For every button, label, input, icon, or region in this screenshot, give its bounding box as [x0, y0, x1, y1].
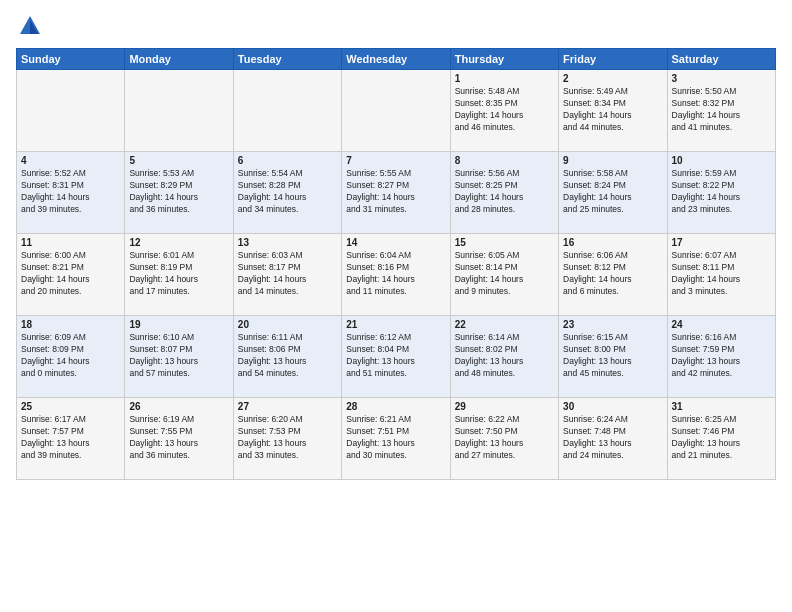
calendar-day: 21Sunrise: 6:12 AM Sunset: 8:04 PM Dayli…	[342, 316, 450, 398]
calendar-day: 17Sunrise: 6:07 AM Sunset: 8:11 PM Dayli…	[667, 234, 775, 316]
calendar-day: 18Sunrise: 6:09 AM Sunset: 8:09 PM Dayli…	[17, 316, 125, 398]
weekday-label: Monday	[125, 49, 233, 70]
calendar-day: 31Sunrise: 6:25 AM Sunset: 7:46 PM Dayli…	[667, 398, 775, 480]
calendar-day: 3Sunrise: 5:50 AM Sunset: 8:32 PM Daylig…	[667, 70, 775, 152]
calendar-day: 14Sunrise: 6:04 AM Sunset: 8:16 PM Dayli…	[342, 234, 450, 316]
day-info: Sunrise: 6:16 AM Sunset: 7:59 PM Dayligh…	[672, 332, 741, 378]
calendar-day: 10Sunrise: 5:59 AM Sunset: 8:22 PM Dayli…	[667, 152, 775, 234]
day-info: Sunrise: 6:15 AM Sunset: 8:00 PM Dayligh…	[563, 332, 632, 378]
weekday-label: Wednesday	[342, 49, 450, 70]
day-number: 19	[129, 319, 228, 330]
day-number: 25	[21, 401, 120, 412]
calendar-empty	[342, 70, 450, 152]
calendar-day: 12Sunrise: 6:01 AM Sunset: 8:19 PM Dayli…	[125, 234, 233, 316]
day-number: 1	[455, 73, 554, 84]
calendar-week: 1Sunrise: 5:48 AM Sunset: 8:35 PM Daylig…	[17, 70, 776, 152]
day-number: 31	[672, 401, 771, 412]
day-number: 28	[346, 401, 445, 412]
weekday-label: Tuesday	[233, 49, 341, 70]
calendar-day: 9Sunrise: 5:58 AM Sunset: 8:24 PM Daylig…	[559, 152, 667, 234]
calendar-empty	[233, 70, 341, 152]
day-number: 22	[455, 319, 554, 330]
logo	[16, 12, 48, 40]
day-number: 24	[672, 319, 771, 330]
calendar-day: 29Sunrise: 6:22 AM Sunset: 7:50 PM Dayli…	[450, 398, 558, 480]
day-number: 5	[129, 155, 228, 166]
day-info: Sunrise: 6:14 AM Sunset: 8:02 PM Dayligh…	[455, 332, 524, 378]
day-number: 3	[672, 73, 771, 84]
weekday-label: Thursday	[450, 49, 558, 70]
calendar-day: 15Sunrise: 6:05 AM Sunset: 8:14 PM Dayli…	[450, 234, 558, 316]
day-number: 20	[238, 319, 337, 330]
calendar-day: 24Sunrise: 6:16 AM Sunset: 7:59 PM Dayli…	[667, 316, 775, 398]
day-number: 2	[563, 73, 662, 84]
calendar-day: 27Sunrise: 6:20 AM Sunset: 7:53 PM Dayli…	[233, 398, 341, 480]
page: SundayMondayTuesdayWednesdayThursdayFrid…	[0, 0, 792, 612]
day-info: Sunrise: 6:12 AM Sunset: 8:04 PM Dayligh…	[346, 332, 415, 378]
calendar-day: 11Sunrise: 6:00 AM Sunset: 8:21 PM Dayli…	[17, 234, 125, 316]
day-info: Sunrise: 5:58 AM Sunset: 8:24 PM Dayligh…	[563, 168, 632, 214]
calendar-body: 1Sunrise: 5:48 AM Sunset: 8:35 PM Daylig…	[17, 70, 776, 480]
day-info: Sunrise: 5:50 AM Sunset: 8:32 PM Dayligh…	[672, 86, 741, 132]
day-number: 10	[672, 155, 771, 166]
weekday-label: Saturday	[667, 49, 775, 70]
calendar-week: 18Sunrise: 6:09 AM Sunset: 8:09 PM Dayli…	[17, 316, 776, 398]
day-number: 18	[21, 319, 120, 330]
day-number: 27	[238, 401, 337, 412]
day-number: 6	[238, 155, 337, 166]
day-info: Sunrise: 6:03 AM Sunset: 8:17 PM Dayligh…	[238, 250, 307, 296]
day-number: 4	[21, 155, 120, 166]
calendar-day: 4Sunrise: 5:52 AM Sunset: 8:31 PM Daylig…	[17, 152, 125, 234]
day-info: Sunrise: 6:25 AM Sunset: 7:46 PM Dayligh…	[672, 414, 741, 460]
day-number: 23	[563, 319, 662, 330]
calendar-day: 8Sunrise: 5:56 AM Sunset: 8:25 PM Daylig…	[450, 152, 558, 234]
day-info: Sunrise: 6:07 AM Sunset: 8:11 PM Dayligh…	[672, 250, 741, 296]
day-number: 14	[346, 237, 445, 248]
calendar-day: 16Sunrise: 6:06 AM Sunset: 8:12 PM Dayli…	[559, 234, 667, 316]
calendar-week: 4Sunrise: 5:52 AM Sunset: 8:31 PM Daylig…	[17, 152, 776, 234]
calendar-week: 25Sunrise: 6:17 AM Sunset: 7:57 PM Dayli…	[17, 398, 776, 480]
day-info: Sunrise: 6:20 AM Sunset: 7:53 PM Dayligh…	[238, 414, 307, 460]
calendar-empty	[125, 70, 233, 152]
day-info: Sunrise: 6:09 AM Sunset: 8:09 PM Dayligh…	[21, 332, 90, 378]
calendar-empty	[17, 70, 125, 152]
calendar-day: 2Sunrise: 5:49 AM Sunset: 8:34 PM Daylig…	[559, 70, 667, 152]
calendar-day: 13Sunrise: 6:03 AM Sunset: 8:17 PM Dayli…	[233, 234, 341, 316]
day-info: Sunrise: 6:10 AM Sunset: 8:07 PM Dayligh…	[129, 332, 198, 378]
logo-icon	[16, 12, 44, 40]
day-number: 7	[346, 155, 445, 166]
day-info: Sunrise: 6:22 AM Sunset: 7:50 PM Dayligh…	[455, 414, 524, 460]
day-number: 15	[455, 237, 554, 248]
day-info: Sunrise: 6:01 AM Sunset: 8:19 PM Dayligh…	[129, 250, 198, 296]
day-info: Sunrise: 5:52 AM Sunset: 8:31 PM Dayligh…	[21, 168, 90, 214]
weekday-label: Friday	[559, 49, 667, 70]
weekday-label: Sunday	[17, 49, 125, 70]
day-info: Sunrise: 6:00 AM Sunset: 8:21 PM Dayligh…	[21, 250, 90, 296]
day-info: Sunrise: 6:24 AM Sunset: 7:48 PM Dayligh…	[563, 414, 632, 460]
calendar-day: 23Sunrise: 6:15 AM Sunset: 8:00 PM Dayli…	[559, 316, 667, 398]
header	[16, 12, 776, 40]
day-number: 29	[455, 401, 554, 412]
day-number: 9	[563, 155, 662, 166]
calendar-day: 25Sunrise: 6:17 AM Sunset: 7:57 PM Dayli…	[17, 398, 125, 480]
day-number: 8	[455, 155, 554, 166]
calendar-day: 30Sunrise: 6:24 AM Sunset: 7:48 PM Dayli…	[559, 398, 667, 480]
day-number: 11	[21, 237, 120, 248]
day-number: 16	[563, 237, 662, 248]
day-number: 30	[563, 401, 662, 412]
calendar-day: 6Sunrise: 5:54 AM Sunset: 8:28 PM Daylig…	[233, 152, 341, 234]
day-number: 12	[129, 237, 228, 248]
day-info: Sunrise: 6:04 AM Sunset: 8:16 PM Dayligh…	[346, 250, 415, 296]
day-info: Sunrise: 6:17 AM Sunset: 7:57 PM Dayligh…	[21, 414, 90, 460]
calendar-day: 26Sunrise: 6:19 AM Sunset: 7:55 PM Dayli…	[125, 398, 233, 480]
day-number: 17	[672, 237, 771, 248]
day-info: Sunrise: 6:21 AM Sunset: 7:51 PM Dayligh…	[346, 414, 415, 460]
day-number: 26	[129, 401, 228, 412]
day-info: Sunrise: 5:55 AM Sunset: 8:27 PM Dayligh…	[346, 168, 415, 214]
calendar-day: 22Sunrise: 6:14 AM Sunset: 8:02 PM Dayli…	[450, 316, 558, 398]
day-info: Sunrise: 5:53 AM Sunset: 8:29 PM Dayligh…	[129, 168, 198, 214]
day-info: Sunrise: 6:05 AM Sunset: 8:14 PM Dayligh…	[455, 250, 524, 296]
calendar-day: 5Sunrise: 5:53 AM Sunset: 8:29 PM Daylig…	[125, 152, 233, 234]
day-info: Sunrise: 6:19 AM Sunset: 7:55 PM Dayligh…	[129, 414, 198, 460]
day-info: Sunrise: 5:49 AM Sunset: 8:34 PM Dayligh…	[563, 86, 632, 132]
